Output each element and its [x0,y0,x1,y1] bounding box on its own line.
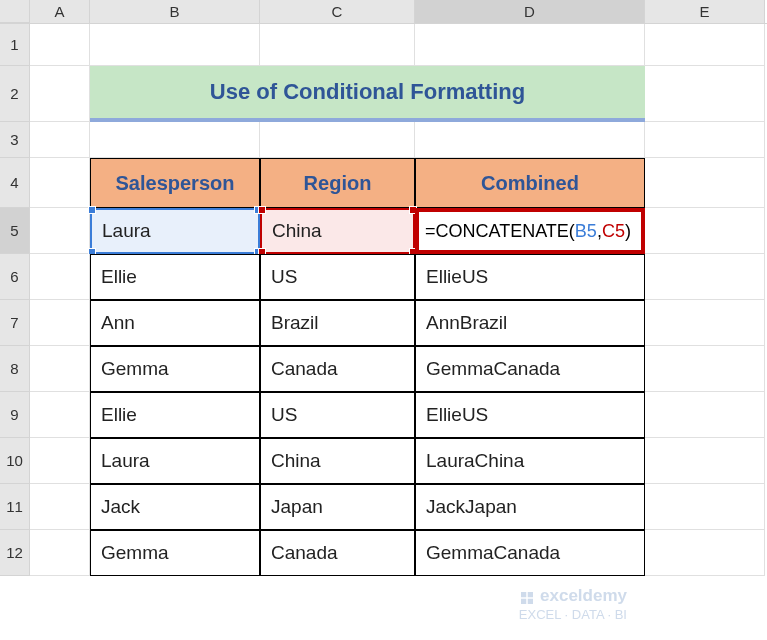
formula-ref-c5: C5 [602,221,625,242]
cell-d8[interactable]: GemmaCanada [415,346,645,392]
cell-e11[interactable] [645,484,765,530]
cell-b12[interactable]: Gemma [90,530,260,576]
formula-close: ) [625,221,631,242]
row-header-5[interactable]: 5 [0,208,30,254]
cell-c3[interactable] [260,122,415,158]
cell-a11[interactable] [30,484,90,530]
col-header-d[interactable]: D [415,0,645,23]
cell-a4[interactable] [30,158,90,208]
col-header-c[interactable]: C [260,0,415,23]
spreadsheet: A B C D E 1 2 Use of Conditional Formatt… [0,0,767,576]
cell-b7[interactable]: Ann [90,300,260,346]
row-header-12[interactable]: 12 [0,530,30,576]
cell-a9[interactable] [30,392,90,438]
cell-d6[interactable]: EllieUS [415,254,645,300]
column-headers: A B C D E [0,0,767,24]
cell-e9[interactable] [645,392,765,438]
cell-e1[interactable] [645,24,765,66]
row-header-11[interactable]: 11 [0,484,30,530]
cell-b9[interactable]: Ellie [90,392,260,438]
cell-d5-formula[interactable]: =CONCATENATE(B5,C5) [415,208,645,254]
cell-e7[interactable] [645,300,765,346]
cell-d7[interactable]: AnnBrazil [415,300,645,346]
cell-e2[interactable] [645,66,765,122]
row-header-8[interactable]: 8 [0,346,30,392]
cell-e8[interactable] [645,346,765,392]
header-region[interactable]: Region [260,158,415,208]
cell-e4[interactable] [645,158,765,208]
cell-a8[interactable] [30,346,90,392]
row-header-3[interactable]: 3 [0,122,30,158]
row-header-6[interactable]: 6 [0,254,30,300]
cell-e3[interactable] [645,122,765,158]
header-salesperson[interactable]: Salesperson [90,158,260,208]
cell-c5-region[interactable]: China [260,208,415,254]
cell-c1[interactable] [260,24,415,66]
watermark-brand: exceldemy [540,586,627,605]
col-header-a[interactable]: A [30,0,90,23]
cell-e12[interactable] [645,530,765,576]
title-merged-cell[interactable]: Use of Conditional Formatting [90,66,645,122]
select-all-corner[interactable] [0,0,30,23]
cell-b3[interactable] [90,122,260,158]
col-header-e[interactable]: E [645,0,765,23]
cell-c9[interactable]: US [260,392,415,438]
cell-c7[interactable]: Brazil [260,300,415,346]
watermark: exceldemy EXCEL · DATA · BI [518,586,627,622]
cell-a12[interactable] [30,530,90,576]
cell-a7[interactable] [30,300,90,346]
formula-fn: CONCATENATE( [436,221,575,242]
cell-d10[interactable]: LauraChina [415,438,645,484]
cell-a6[interactable] [30,254,90,300]
cell-c11[interactable]: Japan [260,484,415,530]
formula-eq: = [425,221,436,242]
watermark-tag: EXCEL · DATA · BI [519,607,627,622]
cell-c10[interactable]: China [260,438,415,484]
cell-e6[interactable] [645,254,765,300]
cell-a3[interactable] [30,122,90,158]
cell-b11[interactable]: Jack [90,484,260,530]
watermark-icon [518,589,536,607]
cell-b1[interactable] [90,24,260,66]
cell-c6[interactable]: US [260,254,415,300]
cell-e5[interactable] [645,208,765,254]
cell-c12[interactable]: Canada [260,530,415,576]
row-header-9[interactable]: 9 [0,392,30,438]
row-header-1[interactable]: 1 [0,24,30,66]
cell-a10[interactable] [30,438,90,484]
cell-d3[interactable] [415,122,645,158]
header-combined[interactable]: Combined [415,158,645,208]
cell-b5-salesperson[interactable]: Laura [90,208,260,254]
row-header-10[interactable]: 10 [0,438,30,484]
cell-a5[interactable] [30,208,90,254]
cell-d1[interactable] [415,24,645,66]
cell-c8[interactable]: Canada [260,346,415,392]
cell-b8[interactable]: Gemma [90,346,260,392]
col-header-b[interactable]: B [90,0,260,23]
row-header-7[interactable]: 7 [0,300,30,346]
cell-b10[interactable]: Laura [90,438,260,484]
cell-d9[interactable]: EllieUS [415,392,645,438]
cell-a2[interactable] [30,66,90,122]
formula-ref-b5: B5 [575,221,597,242]
row-header-4[interactable]: 4 [0,158,30,208]
grid-body: 1 2 Use of Conditional Formatting 3 [0,24,767,576]
cell-d11[interactable]: JackJapan [415,484,645,530]
cell-d12[interactable]: GemmaCanada [415,530,645,576]
cell-b6[interactable]: Ellie [90,254,260,300]
cell-e10[interactable] [645,438,765,484]
row-header-2[interactable]: 2 [0,66,30,122]
cell-a1[interactable] [30,24,90,66]
